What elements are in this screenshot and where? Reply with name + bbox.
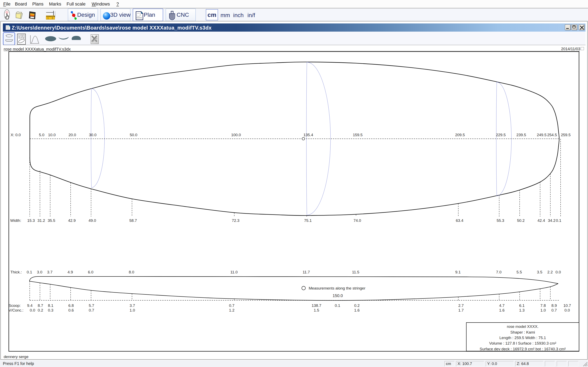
svg-text:Volume : 127.8 l Surface : 15: Volume : 127.8 l Surface : 15930.3 cm²: [489, 341, 556, 345]
svg-text:Scoop:: Scoop:: [9, 303, 21, 308]
svg-text:11.7: 11.7: [303, 270, 310, 274]
svg-text:74.0: 74.0: [354, 218, 361, 223]
svg-text:0.7: 0.7: [89, 308, 94, 312]
svg-text:15.3: 15.3: [27, 218, 35, 223]
svg-text:72.3: 72.3: [232, 218, 240, 223]
svg-text:3.5: 3.5: [537, 270, 542, 274]
svg-text:0.0: 0.0: [30, 308, 35, 312]
svg-text:6.1: 6.1: [519, 303, 525, 308]
svg-text:100.0: 100.0: [231, 133, 241, 137]
svg-text:239.5: 239.5: [516, 133, 526, 137]
svg-text:138.7: 138.7: [311, 303, 321, 308]
svg-text:0.0: 0.0: [564, 308, 570, 312]
svg-text:1.2: 1.2: [229, 308, 234, 312]
svg-text:8.9: 8.9: [552, 303, 557, 308]
svg-text:0.7: 0.7: [229, 303, 234, 308]
svg-text:0.2: 0.2: [38, 308, 43, 312]
svg-text:1.6: 1.6: [354, 308, 360, 312]
svg-text:4.9: 4.9: [68, 270, 73, 274]
svg-text:0.1: 0.1: [335, 303, 340, 308]
svg-text:10.7: 10.7: [563, 303, 571, 308]
svg-text:254.5: 254.5: [547, 133, 557, 137]
svg-text:30.0: 30.0: [89, 133, 96, 137]
svg-text:V/Conc.:: V/Conc.:: [9, 308, 24, 312]
svg-text:rose model XXXX.: rose model XXXX.: [507, 324, 538, 329]
svg-text:3.7: 3.7: [47, 270, 52, 274]
svg-text:1.7: 1.7: [458, 308, 464, 312]
svg-text:159.5: 159.5: [353, 133, 363, 137]
svg-text:209.5: 209.5: [455, 133, 465, 137]
svg-text:6.0: 6.0: [88, 270, 93, 274]
svg-text:50.0: 50.0: [130, 133, 138, 137]
svg-text:135.4: 135.4: [303, 133, 313, 137]
svg-text:Thick.:: Thick.:: [10, 270, 22, 274]
svg-text:249.5: 249.5: [537, 133, 546, 137]
svg-text:Length : 259.5 Width : 75.1: Length : 259.5 Width : 75.1: [499, 336, 546, 340]
svg-text:6.8: 6.8: [68, 303, 74, 308]
svg-text:2.2: 2.2: [547, 270, 553, 274]
svg-text:Width:: Width:: [10, 218, 21, 223]
svg-text:8.7: 8.7: [38, 303, 43, 308]
svg-text:0.1: 0.1: [27, 270, 32, 274]
svg-text:34.2: 34.2: [548, 218, 555, 223]
svg-text:11.0: 11.0: [230, 270, 238, 274]
svg-text:3.7: 3.7: [130, 303, 135, 308]
svg-text:2.7: 2.7: [458, 303, 464, 308]
svg-text:8.1: 8.1: [48, 303, 53, 308]
svg-text:259.5: 259.5: [561, 133, 571, 137]
svg-text:4.7: 4.7: [499, 303, 504, 308]
svg-text:1.0: 1.0: [130, 308, 135, 312]
svg-text:10.0: 10.0: [48, 133, 56, 137]
svg-text:7.0: 7.0: [496, 270, 502, 274]
svg-text:8.0: 8.0: [129, 270, 134, 274]
svg-text:50.2: 50.2: [517, 218, 525, 223]
svg-text:5.7: 5.7: [89, 303, 94, 308]
svg-text:9.1: 9.1: [455, 270, 461, 274]
svg-text:0.3: 0.3: [48, 308, 53, 312]
svg-text:0.7: 0.7: [552, 308, 557, 312]
svg-text:75.1: 75.1: [304, 218, 312, 223]
svg-text:Measurements along the stringe: Measurements along the stringer: [309, 286, 365, 290]
svg-text:1.3: 1.3: [519, 308, 525, 312]
svg-text:1.5: 1.5: [314, 308, 319, 312]
svg-text:63.4: 63.4: [456, 218, 463, 223]
svg-text:42.9: 42.9: [68, 218, 76, 223]
svg-text:20.0: 20.0: [69, 133, 76, 137]
svg-text:5.0: 5.0: [39, 133, 44, 137]
svg-text:9.4: 9.4: [27, 303, 33, 308]
svg-text:0.1: 0.1: [556, 218, 561, 223]
svg-text:42.4: 42.4: [537, 218, 545, 223]
svg-text:58.7: 58.7: [130, 218, 137, 223]
svg-text:5.5: 5.5: [517, 270, 522, 274]
svg-text:31.2: 31.2: [38, 218, 45, 223]
svg-text:Shaper : Kami: Shaper : Kami: [510, 330, 535, 334]
svg-text:3.0: 3.0: [37, 270, 42, 274]
svg-text:0.0: 0.0: [555, 270, 561, 274]
svg-text:X: 0.0: X: 0.0: [11, 133, 21, 137]
svg-text:Surface dev deck : 16972.9 cm²: Surface dev deck : 16972.9 cm² bot : 167…: [480, 347, 566, 351]
svg-text:229.5: 229.5: [496, 133, 506, 137]
svg-text:0.6: 0.6: [68, 308, 74, 312]
svg-text:1.6: 1.6: [499, 308, 504, 312]
svg-text:35.5: 35.5: [48, 218, 55, 223]
svg-text:11.5: 11.5: [352, 270, 359, 274]
svg-text:1.0: 1.0: [540, 308, 546, 312]
svg-text:150.0: 150.0: [333, 293, 343, 298]
svg-text:55.3: 55.3: [497, 218, 504, 223]
svg-text:7.8: 7.8: [540, 303, 546, 308]
svg-text:49.0: 49.0: [89, 218, 96, 223]
svg-text:0.2: 0.2: [354, 303, 360, 308]
